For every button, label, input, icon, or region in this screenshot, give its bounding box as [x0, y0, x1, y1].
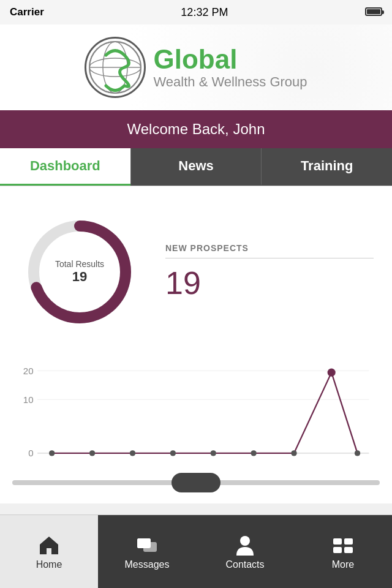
status-right — [365, 6, 382, 19]
svg-rect-27 — [333, 547, 342, 553]
svg-rect-26 — [344, 538, 353, 545]
more-icon — [332, 533, 354, 556]
svg-point-14 — [170, 450, 176, 456]
tab-training[interactable]: Training — [262, 148, 392, 186]
home-icon — [38, 533, 60, 556]
tab-news[interactable]: News — [130, 148, 262, 186]
logo-title: Global — [153, 45, 307, 74]
globe-icon — [88, 40, 143, 95]
messages-icon — [136, 533, 158, 556]
battery-icon — [365, 6, 382, 19]
svg-point-16 — [251, 450, 256, 456]
nav-messages[interactable]: Messages — [98, 515, 196, 588]
donut-label: Total Results — [55, 259, 104, 269]
contacts-icon — [234, 533, 256, 556]
svg-point-15 — [211, 450, 216, 456]
logo-text: Global Wealth & Wellness Group — [153, 45, 307, 90]
nav-more-label: More — [332, 559, 354, 570]
tab-dashboard[interactable]: Dashboard — [0, 148, 130, 186]
prospects-label: NEW PROSPECTS — [165, 243, 374, 258]
nav-contacts-label: Contacts — [225, 559, 264, 570]
nav-more[interactable]: More — [294, 515, 392, 588]
nav-home[interactable]: Home — [0, 515, 98, 588]
logo-bar: Global Wealth & Wellness Group — [0, 24, 392, 110]
welcome-text: Welcome Back, John — [127, 121, 265, 138]
nav-messages-label: Messages — [125, 559, 170, 570]
tab-bar: Dashboard News Training — [0, 148, 392, 186]
svg-point-11 — [49, 450, 55, 456]
scroll-track — [12, 480, 380, 485]
y-label-20: 20 — [23, 366, 34, 376]
chart-container: 20 10 0 — [0, 358, 392, 480]
carrier-text: Carrier — [10, 6, 44, 18]
metrics-row: Total Results 19 NEW PROSPECTS 19 — [12, 198, 380, 345]
donut-center: Total Results 19 — [55, 259, 104, 285]
svg-point-13 — [130, 450, 135, 456]
donut-chart: Total Results 19 — [18, 211, 141, 333]
y-label-0: 0 — [28, 448, 33, 458]
prospects-value: 19 — [165, 265, 374, 301]
bottom-nav: Home Messages Contacts More — [0, 514, 392, 588]
time-text: 12:32 PM — [181, 6, 228, 19]
y-label-10: 10 — [23, 394, 34, 405]
prospects-panel: NEW PROSPECTS 19 — [165, 243, 374, 301]
nav-home-label: Home — [36, 559, 62, 570]
svg-point-12 — [89, 450, 95, 456]
scroll-area — [0, 480, 392, 503]
dashboard-content: Total Results 19 NEW PROSPECTS 19 — [0, 186, 392, 358]
status-bar: Carrier 12:32 PM — [0, 0, 392, 24]
svg-rect-23 — [137, 538, 151, 548]
logo: Global Wealth & Wellness Group — [85, 37, 307, 98]
svg-point-18 — [328, 369, 336, 377]
logo-subtitle: Wealth & Wellness Group — [153, 74, 307, 90]
svg-rect-20 — [47, 548, 51, 554]
donut-value: 19 — [55, 269, 104, 285]
nav-contacts[interactable]: Contacts — [196, 515, 294, 588]
line-chart-svg: 20 10 0 — [12, 364, 380, 462]
svg-rect-28 — [344, 547, 353, 553]
svg-point-24 — [240, 536, 250, 546]
svg-point-19 — [355, 450, 360, 456]
scroll-thumb[interactable] — [172, 473, 221, 492]
welcome-bar: Welcome Back, John — [0, 110, 392, 148]
svg-point-17 — [291, 450, 296, 456]
logo-circle — [85, 37, 146, 98]
svg-rect-25 — [333, 538, 342, 545]
